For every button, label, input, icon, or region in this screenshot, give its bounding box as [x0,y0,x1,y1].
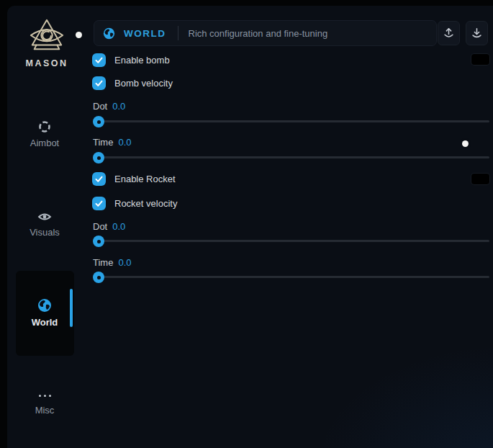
page-title: WORLD [124,28,166,39]
upload-config-button[interactable] [438,21,460,45]
window-panel: MASON Aimbot Visuals World [7,6,493,448]
checkbox-rocket-velocity[interactable]: Rocket velocity [92,197,177,210]
checkbox-enable-rocket[interactable]: Enable Rocket [92,172,176,186]
slider-label-dot: Dot0.0 [93,101,125,112]
crosshair-icon [38,120,51,133]
slider-track-dot-1[interactable] [94,120,489,122]
rocket-color-swatch[interactable] [471,174,489,184]
checkbox-enable-bomb[interactable]: Enable bomb [92,53,170,67]
sidebar-item-aimbot[interactable]: Aimbot [16,120,73,148]
slider-value: 0.0 [118,137,131,148]
eye-icon [37,211,52,223]
brand-logo: MASON [18,17,76,68]
checkbox-label: Bomb velocity [114,78,173,89]
page-subtitle: Rich configuration and fine-tuning [189,28,328,39]
sidebar-item-label: Visuals [16,227,73,238]
slider-handle-dot-1[interactable] [93,116,104,127]
slider-track-dot-2[interactable] [94,240,489,242]
slider-track-time-1[interactable] [94,156,489,158]
sidebar-item-visuals[interactable]: Visuals [16,211,73,238]
checkbox-checked-icon [92,172,106,186]
ellipsis-icon [16,390,73,400]
header-divider [178,26,178,40]
checkbox-checked-icon [92,197,106,210]
sidebar-item-world[interactable]: World [16,298,73,328]
slider-value: 0.0 [112,101,125,112]
slider-value: 0.0 [112,221,125,232]
sidebar-item-label: World [16,317,73,328]
checkbox-label: Enable bomb [114,55,170,66]
checkbox-bomb-velocity[interactable]: Bomb velocity [92,76,173,90]
sidebar-item-misc[interactable]: Misc [16,390,73,416]
slider-track-time-2[interactable] [94,276,489,278]
globe-icon [37,298,52,313]
upload-icon [443,27,455,40]
slider-handle-dot-2[interactable] [93,236,104,247]
slider-handle-time-1[interactable] [93,152,104,163]
slider-value: 0.0 [118,257,131,268]
slider-label-time: Time0.0 [93,257,131,268]
brand-name: MASON [18,58,76,68]
checkbox-checked-icon [92,76,106,90]
sidebar-item-label: Aimbot [16,138,73,148]
slider-handle-time-2[interactable] [93,272,104,283]
download-config-button[interactable] [466,21,488,45]
bomb-color-swatch[interactable] [471,54,489,65]
slider-label-time: Time0.0 [93,137,131,148]
pyramid-eye-icon [27,17,66,55]
cursor-dot [76,32,82,38]
page-header: WORLD Rich configuration and fine-tuning [94,20,437,46]
checkbox-checked-icon [92,53,106,67]
slider-label-dot: Dot0.0 [93,221,125,232]
globe-icon [103,27,115,40]
sidebar-item-label: Misc [16,405,73,416]
app-window: MASON Aimbot Visuals World [0,0,493,448]
checkbox-label: Rocket velocity [114,198,177,209]
checkbox-label: Enable Rocket [114,174,176,184]
download-icon [471,27,483,40]
cursor-dot [462,140,469,147]
